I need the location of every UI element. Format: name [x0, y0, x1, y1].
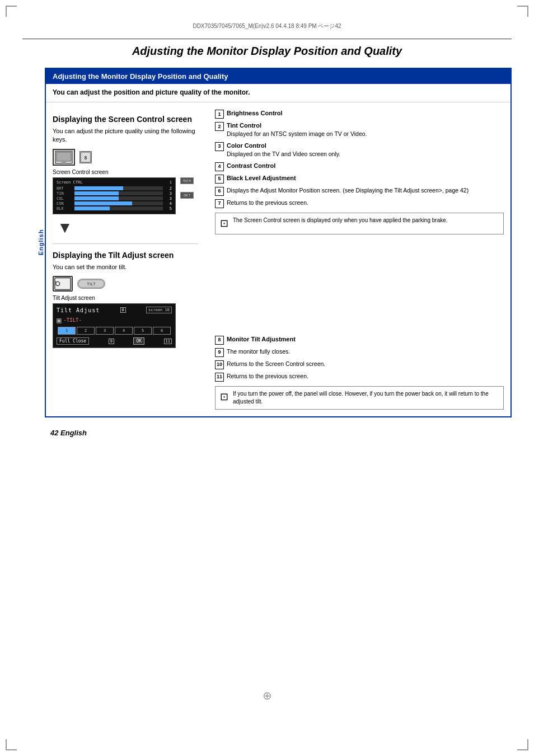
num-badge: 5 [215, 175, 224, 184]
ocn-button[interactable]: 8 [79, 151, 92, 163]
screen-icon-row: 8 [53, 149, 198, 166]
item-text: Displayed on the TV and Video screen onl… [227, 151, 340, 157]
right-list-2: 8Monitor Tilt Adjustment9The monitor ful… [215, 335, 504, 382]
tilt-steps: 1 2 3 4 5 6 [57, 327, 172, 335]
left-column: Displaying the Screen Control screen You… [53, 109, 198, 410]
blk-label: BLK [57, 206, 73, 211]
screen-ctrl-mockup-container: Screen CTRL 1 BRT 2 TIN [53, 177, 198, 217]
note-icon-2: ⊡ [220, 390, 228, 404]
tilt-button-icon[interactable]: TILT [77, 279, 105, 289]
content-box: English Adjusting the Monitor Display Po… [45, 68, 512, 417]
list-item: 5Black Level Adjustment [215, 174, 504, 184]
item-bold: Color Control [227, 142, 266, 149]
tilt-button[interactable]: TILT 6 [180, 177, 194, 184]
item-text: Returns to the previous screen. [227, 373, 308, 379]
brt-bar [74, 186, 163, 190]
item-bold: Brightness Control [227, 110, 283, 116]
tilt-num-badge-11: 11 [164, 339, 172, 344]
screen-ctrl-mockup: Screen CTRL 1 BRT 2 TIN [53, 177, 176, 214]
num-badge: 11 [215, 373, 224, 382]
con-label: CON [57, 201, 73, 206]
note-text-2: If you turn the power off, the panel wil… [233, 390, 499, 406]
tilt-num-badge-8: 8 [120, 307, 126, 313]
tilt-step-1[interactable]: 1 [58, 327, 76, 335]
top-rule [22, 39, 512, 39]
screen-control-desc: You can adjust the picture quality using… [53, 127, 198, 144]
con-row: CON 4 [57, 201, 172, 206]
tilt-value: -TILT- [63, 317, 82, 323]
corner-mark-bl [6, 739, 17, 750]
item-content: Displays the Adjust Monitor Position scr… [227, 186, 504, 196]
side-label: English [38, 229, 44, 256]
corner-mark-tl [6, 6, 17, 17]
content-box-header: Adjusting the Monitor Display Position a… [46, 69, 510, 84]
item-text: Displays the Adjust Monitor Position scr… [227, 187, 469, 194]
tilt-slider-area: ▣ -TILT- [57, 316, 172, 325]
svg-text:TILT: TILT [87, 281, 96, 287]
col-row: COL 3 [57, 196, 172, 201]
screen-control-label: Screen Control screen [53, 169, 198, 175]
item-bold: Contrast Control [227, 162, 275, 169]
tilt-bottom: Full Close 9 OK 11 [57, 337, 172, 345]
corner-mark-br [517, 739, 528, 750]
list-item: 7Returns to the previous screen. [215, 199, 504, 208]
tin-bar [74, 191, 163, 195]
tin-num: 3 [164, 191, 172, 196]
svg-rect-2 [62, 162, 66, 163]
page-number: 42 English [22, 429, 512, 437]
svg-rect-5 [55, 278, 71, 290]
list-item: 8Monitor Tilt Adjustment [215, 335, 504, 345]
num-badge: 8 [215, 336, 224, 345]
arrow-down: ▼ [57, 219, 198, 237]
right-column: 1Brightness Control2Tint ControlDisplaye… [209, 109, 504, 410]
list-item: 10Returns to the Screen Control screen. [215, 360, 504, 369]
item-content: Black Level Adjustment [227, 174, 504, 184]
list-item: 3Color ControlDisplayed on the TV and Vi… [215, 142, 504, 159]
section-divider [53, 243, 198, 244]
main-title: Adjusting the Monitor Display Position a… [22, 45, 512, 58]
col-num: 3 [164, 196, 172, 201]
list-item: 4Contrast Control [215, 162, 504, 171]
num-badge: 1 [215, 110, 224, 119]
blk-row: BLK 5 [57, 206, 172, 211]
item-content: Monitor Tilt Adjustment [227, 335, 504, 345]
item-content: Returns to the previous screen. [227, 199, 504, 208]
tilt-step-2[interactable]: 2 [77, 327, 95, 335]
list-item: 9The monitor fully closes. [215, 348, 504, 357]
right-list: 1Brightness Control2Tint ControlDisplaye… [215, 109, 504, 208]
brt-num: 2 [164, 186, 172, 191]
item-text: Returns to the Screen Control screen. [227, 360, 325, 367]
tilt-ok-button[interactable]: OK [133, 337, 144, 345]
note-box-2: ⊡ If you turn the power off, the panel w… [215, 386, 504, 410]
monitor-icon [53, 149, 75, 166]
tilt-step-5[interactable]: 5 [134, 327, 152, 335]
col-label: COL [57, 196, 73, 201]
tilt-step-4[interactable]: 4 [115, 327, 133, 335]
tilt-step-3[interactable]: 3 [96, 327, 114, 335]
tilt-mockup: Tilt Adjust 8 screen 10 ▣ -TILT- 1 2 3 4… [53, 303, 176, 348]
note-box-1: ⊡ The Screen Control screen is displayed… [215, 213, 504, 234]
brt-label: BRT [57, 186, 73, 191]
num-badge: 2 [215, 122, 224, 131]
mockup-header-left: Screen CTRL [57, 180, 82, 185]
item-text: Returns to the previous screen. [227, 199, 308, 206]
content-subtitle: You can adjust the position and picture … [46, 84, 510, 102]
item-content: Tint ControlDisplayed for an NTSC system… [227, 121, 504, 139]
svg-rect-1 [57, 152, 71, 161]
tin-label: TIN [57, 191, 73, 196]
item-bold: Monitor Tilt Adjustment [227, 336, 296, 342]
ok-button[interactable]: OK 7 [180, 192, 194, 199]
full-close-button[interactable]: Full Close [57, 337, 89, 345]
tilt-screen-btn[interactable]: screen 10 [146, 307, 172, 313]
item-content: Returns to the previous screen. [227, 372, 504, 382]
screen-control-title: Displaying the Screen Control screen [53, 115, 198, 124]
con-bar [74, 201, 163, 205]
content-body: Displaying the Screen Control screen You… [46, 102, 510, 416]
tilt-step-6[interactable]: 6 [153, 327, 171, 335]
brt-row: BRT 2 [57, 186, 172, 191]
mockup-right-buttons: TILT 6 OK 7 [180, 177, 194, 199]
top-header: DDX7035/7045/7065_M(En)v2.6 04.4.18 8:49… [22, 17, 512, 30]
tin-row: TIN 3 [57, 191, 172, 196]
item-content: Returns to the Screen Control screen. [227, 360, 504, 369]
list-item: 6Displays the Adjust Monitor Position sc… [215, 186, 504, 196]
